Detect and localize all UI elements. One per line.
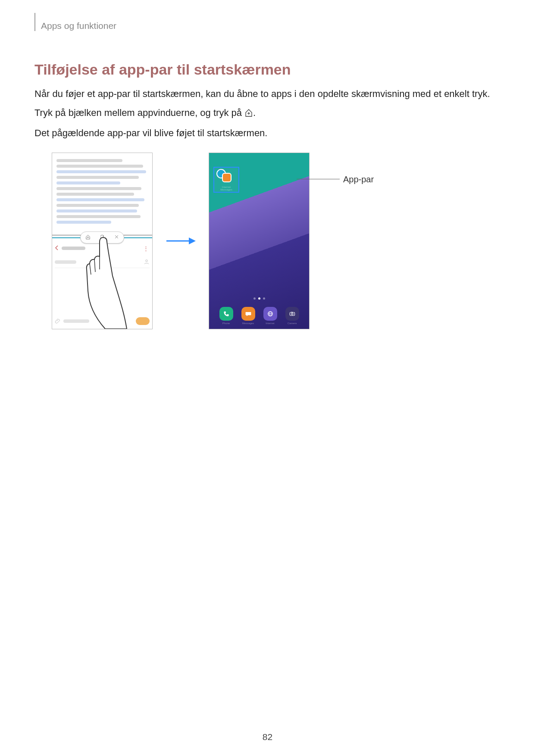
paragraph-2-post: . xyxy=(253,107,256,118)
breadcrumb: Apps og funktioner xyxy=(41,21,501,31)
dock: Phone Messages Internet xyxy=(209,307,309,325)
phone-icon xyxy=(219,307,233,321)
paragraph-2: Tryk på bjælken mellem appvinduerne, og … xyxy=(34,106,501,122)
dock-label-messages: Messages xyxy=(242,322,254,325)
app-pair-icon-messages xyxy=(222,173,232,182)
callout: App-par xyxy=(322,153,400,329)
svg-point-6 xyxy=(146,259,147,261)
divider-controls-pill xyxy=(80,231,124,244)
body-text: Når du føjer et app-par til startskærmen… xyxy=(34,87,501,141)
figure-row: ⋮ xyxy=(52,153,501,329)
pager-dots xyxy=(209,297,309,300)
swap-icon xyxy=(100,234,105,241)
callout-leader-line xyxy=(297,179,340,179)
svg-point-8 xyxy=(111,320,111,320)
message-input-row xyxy=(55,316,150,326)
attach-icon xyxy=(55,318,61,325)
svg-point-16 xyxy=(291,313,293,315)
dock-app-messages: Messages xyxy=(241,307,255,325)
paragraph-1: Når du føjer et app-par til startskærmen… xyxy=(34,87,501,101)
svg-point-9 xyxy=(112,320,113,320)
split-top-browser xyxy=(52,153,152,241)
manual-page: Apps og funktioner Tilføjelse af app-par… xyxy=(0,0,535,756)
send-button xyxy=(136,317,150,325)
contact-icon xyxy=(144,259,150,266)
arrow-right xyxy=(166,236,196,246)
dock-label-internet: Internet xyxy=(266,322,274,325)
callout-label: App-par xyxy=(343,175,374,184)
back-chevron-icon xyxy=(55,245,59,252)
header-rule xyxy=(34,13,35,31)
camera-icon xyxy=(285,307,299,321)
close-icon xyxy=(114,234,119,241)
dock-label-phone: Phone xyxy=(222,322,230,325)
app-pair-label: Internet Messages xyxy=(214,186,238,191)
svg-marker-11 xyxy=(189,237,196,244)
dock-label-camera: Camera xyxy=(288,322,297,325)
messages-header-row: ⋮ xyxy=(55,243,150,254)
messages-icon xyxy=(241,307,255,321)
dock-app-internet: Internet xyxy=(263,307,277,325)
dock-app-camera: Camera xyxy=(285,307,299,325)
page-title: Tilføjelse af app-par til startskærmen xyxy=(34,61,501,78)
phone-splitview-screenshot: ⋮ xyxy=(52,153,153,329)
phone-homescreen-screenshot: Internet Messages Phone xyxy=(209,153,310,329)
dock-app-phone: Phone xyxy=(219,307,233,325)
home-plus-icon xyxy=(244,107,253,122)
page-number: 82 xyxy=(0,732,535,742)
svg-rect-17 xyxy=(291,312,292,313)
emoji-icon xyxy=(109,318,115,325)
paragraph-3: Det pågældende app-par vil blive føjet t… xyxy=(34,126,501,141)
svg-point-7 xyxy=(110,319,114,323)
app-pair-highlight: Internet Messages xyxy=(213,167,239,193)
paragraph-2-pre: Tryk på bjælken mellem appvinduerne, og … xyxy=(34,107,244,118)
home-plus-small-icon xyxy=(85,234,91,241)
internet-icon xyxy=(263,307,277,321)
more-dots-icon: ⋮ xyxy=(143,245,150,252)
recipient-row xyxy=(55,256,150,268)
